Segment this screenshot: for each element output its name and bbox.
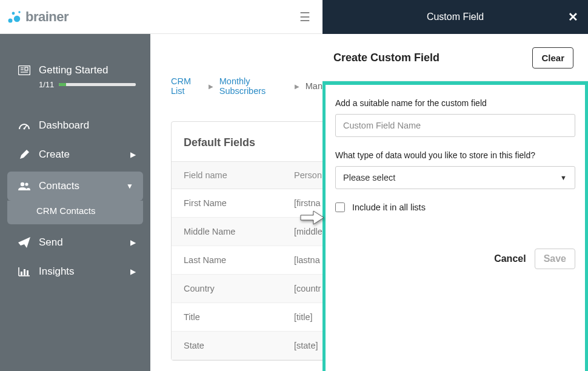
newspaper-icon [17,65,32,75]
paper-plane-icon [17,237,32,248]
svg-point-12 [25,182,28,186]
custom-field-name-input[interactable] [335,114,575,137]
svg-point-0 [8,18,13,22]
users-icon [17,181,32,191]
chevron-right-icon: ▶ [130,150,136,159]
sidebar-item-label: Dashboard [39,119,136,132]
sidebar-item-label: Getting Started [39,64,136,76]
brand-text: mainbrainer [25,9,68,25]
clear-button[interactable]: Clear [532,47,573,69]
arrow-pointer-icon [300,210,324,228]
field-type-label: What type of data would you like to stor… [335,150,575,160]
include-all-lists-checkbox[interactable] [335,202,345,212]
chevron-down-icon: ▼ [126,182,133,190]
sidebar-item-create[interactable]: Create ▶ [0,140,150,169]
sidebar-item-label: Insights [39,266,130,278]
chevron-right-icon: ▶ [295,83,299,90]
cancel-button[interactable]: Cancel [494,253,526,264]
pencil-icon [17,149,32,160]
main-content: CRM List ▶ Monthly Subscribers ▶ Man Def… [150,34,322,371]
svg-line-10 [24,125,27,129]
svg-rect-4 [19,66,30,75]
breadcrumb-monthly-subscribers[interactable]: Monthly Subscribers [219,76,289,96]
breadcrumb: CRM List ▶ Monthly Subscribers ▶ Man [150,34,322,96]
chevron-right-icon: ▶ [130,238,136,247]
svg-rect-16 [24,269,25,275]
svg-point-3 [18,11,20,13]
gauge-icon [17,121,32,130]
breadcrumb-current: Man [306,81,322,91]
sidebar-item-crm-contacts[interactable]: CRM Contacts [15,201,136,224]
chart-icon [17,267,32,276]
svg-rect-15 [21,272,22,275]
field-type-select[interactable]: Please select [335,166,575,189]
sidebar-item-label: Send [39,236,130,249]
svg-point-11 [21,182,24,186]
sidebar-submenu-contacts: CRM Contacts [7,201,143,224]
table-header-field-name: Field name [172,162,282,189]
svg-point-2 [12,12,15,15]
hamburger-icon[interactable]: ☰ [299,10,310,24]
progress-bar [59,83,136,86]
custom-field-panel: Create Custom Field Clear Add a suitable… [322,34,588,371]
svg-rect-17 [27,270,28,275]
getting-started-progress: 1/11 [0,79,150,98]
chevron-right-icon: ▶ [130,267,136,276]
sidebar-item-send[interactable]: Send ▶ [0,228,150,257]
svg-rect-7 [25,67,28,70]
sidebar-item-getting-started[interactable]: Getting Started [0,58,150,79]
include-all-lists-label: Include it in all lists [352,202,426,212]
close-icon[interactable]: ✕ [568,10,578,24]
sidebar: Getting Started 1/11 Dashboard Create ▶ … [0,34,150,371]
drawer-title: Custom Field [322,12,588,22]
chevron-right-icon: ▶ [209,83,213,90]
brand-logo[interactable]: mainbrainer [6,8,68,25]
breadcrumb-crm-list[interactable]: CRM List [171,76,202,96]
panel-title: Create Custom Field [333,52,439,64]
drawer-header: Custom Field ✕ [322,0,588,34]
sidebar-item-insights[interactable]: Insights ▶ [0,257,150,286]
svg-point-1 [14,15,20,21]
field-name-label: Add a suitable name for the custom field [335,98,575,108]
logo-dots-icon [6,8,23,25]
sidebar-item-label: Create [39,149,130,161]
sidebar-item-label: Contacts [39,180,126,192]
sidebar-item-dashboard[interactable]: Dashboard [0,111,150,140]
save-button[interactable]: Save [535,249,575,269]
sidebar-item-contacts[interactable]: Contacts ▼ [7,172,143,201]
